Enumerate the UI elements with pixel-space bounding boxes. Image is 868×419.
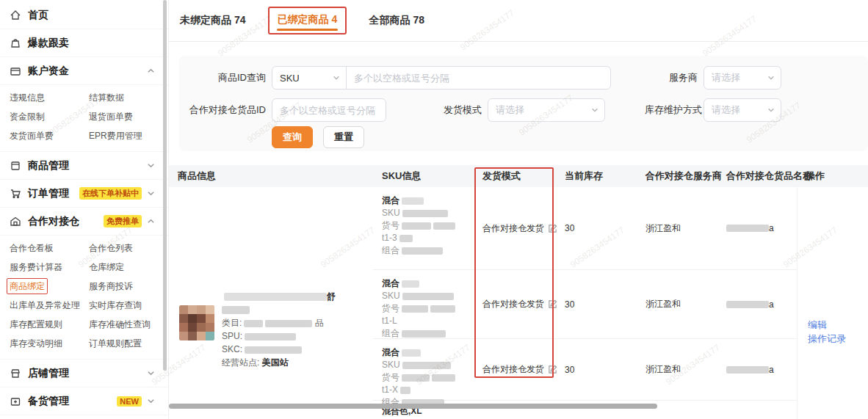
sidebar-item-epr-fee[interactable]: EPR费用管理	[89, 126, 164, 145]
sidebar-item-hot-follow[interactable]: 爆款跟卖	[0, 29, 168, 57]
product-title: 舒	[222, 290, 370, 303]
sidebar-item-restock-mgmt[interactable]: 备货管理 NEW	[0, 387, 168, 415]
horizontal-scrollbar-thumb[interactable]	[169, 404, 657, 409]
app-window: 9058263454177 9058263454177 905826345417…	[0, 0, 868, 419]
site-value: 美国站	[262, 357, 289, 368]
card-icon	[10, 65, 21, 77]
operation-log-link[interactable]: 操作记录	[808, 332, 868, 346]
tab-all-products[interactable]: 全部商品78	[369, 14, 424, 27]
sidebar-item-warehouse-binding[interactable]: 仓库绑定	[89, 258, 164, 277]
tab-bound-products[interactable]: 已绑定商品4	[268, 7, 347, 34]
sku-info-cell: 混合 SKU 货号 t1-L 组合	[373, 270, 474, 339]
delivery-mode-select[interactable]: 请选择	[488, 98, 605, 122]
stock-cell: 30	[556, 339, 637, 401]
sidebar-item-realtime-stock-query[interactable]: 实时库存查询	[89, 296, 164, 315]
sidebar-scrollbar[interactable]	[163, 0, 167, 371]
cart-icon	[10, 188, 21, 200]
chevron-down-icon	[767, 106, 775, 114]
provider-cell: 浙江盈和	[637, 339, 717, 401]
chevron-down-icon	[147, 397, 155, 405]
sidebar-item-partner-warehouse[interactable]: 合作对接仓 免费推单	[0, 208, 168, 236]
search-button[interactable]: 查询	[272, 126, 313, 148]
inventory-maintain-select[interactable]: 请选择	[704, 98, 781, 122]
sidebar-item-warehouse-list[interactable]: 合作仓列表	[89, 238, 164, 258]
provider-select[interactable]: 请选择	[704, 66, 781, 90]
inventory-maintain-label: 库存维护方式	[640, 98, 702, 122]
table-body: 舒 类目: 品 SPU: SKC: 经营站点: 美国站 混合 SKU 货号	[169, 187, 868, 419]
sidebar-item-product-mgmt[interactable]: 商品管理	[0, 152, 168, 180]
product-category: 类目: 品	[222, 316, 370, 329]
sidebar-item-stock-change-detail[interactable]: 库存变动明细	[10, 334, 89, 353]
sidebar-item-warehouse-board[interactable]: 合作仓看板	[10, 238, 89, 258]
product-site: 经营站点: 美国站	[222, 356, 370, 369]
provider-cell: 浙江盈和	[637, 187, 717, 270]
sku-type-select[interactable]: SKU	[272, 67, 346, 89]
goods-name-cell: a	[717, 339, 797, 401]
sidebar-item-outbound-exceptions[interactable]: 出库单及异常处理	[10, 296, 89, 315]
sku-info-cell: 混合 SKU 货号 t1-3 组合	[373, 187, 474, 270]
tab-unbound-products[interactable]: 未绑定商品74	[180, 14, 246, 27]
provider-label: 服务商	[657, 66, 698, 90]
product-image	[179, 305, 214, 340]
sidebar-item-violation-info[interactable]: 违规信息	[10, 88, 89, 107]
home-icon	[10, 10, 21, 21]
col-header-current-stock: 当前库存	[556, 170, 637, 183]
box-icon	[10, 160, 21, 172]
chevron-up-icon	[147, 217, 155, 225]
shop-icon	[10, 368, 21, 379]
goods-name-cell: a	[717, 187, 797, 270]
partner-goods-id-label: 合作对接仓货品ID	[179, 98, 266, 122]
product-id-input[interactable]	[347, 67, 610, 89]
sidebar-item-product-binding[interactable]: 商品绑定	[7, 278, 48, 294]
sidebar-item-inventory-mgmt[interactable]: 库存管理	[0, 415, 168, 419]
account-funds-submenu: 违规信息 结算数据 资金限制 退货面单费 发货面单费 EPR费用管理	[0, 85, 168, 152]
sidebar-item-account-funds[interactable]: 账户资金	[0, 57, 168, 85]
sidebar-item-order-mgmt[interactable]: 订单管理 在线下单补贴中	[0, 180, 168, 208]
stock-cell: 30	[556, 270, 637, 339]
sidebar-item-fund-limit[interactable]: 资金限制	[10, 107, 89, 126]
chevron-down-icon	[333, 74, 340, 81]
sidebar-item-stock-config-rules[interactable]: 库存配置规则	[10, 315, 89, 334]
reset-button[interactable]: 重置	[323, 126, 364, 148]
col-header-delivery-mode: 发货模式	[474, 170, 556, 183]
delivery-mode-cell: 合作对接仓发货	[474, 187, 556, 270]
edit-link[interactable]: 编辑	[808, 318, 868, 332]
sidebar-item-provider-complaint[interactable]: 服务商投诉	[89, 277, 164, 296]
col-header-partner-goods-name: 合作对接仓货品名称	[717, 170, 797, 183]
table-header: 商品信息 SKU信息 发货模式 当前库存 合作对接仓服务商 合作对接仓货品名称 …	[169, 165, 868, 187]
sidebar-item-shipping-label-fee[interactable]: 发货面单费	[10, 126, 89, 145]
bag-icon	[10, 37, 21, 49]
col-header-product-info: 商品信息	[169, 170, 373, 183]
partner-goods-id-group	[272, 98, 386, 122]
delivery-mode-cell: 合作对接仓发货	[474, 270, 556, 339]
product-id-query-label: 商品ID查询	[179, 66, 266, 90]
col-header-sku-info: SKU信息	[373, 170, 474, 183]
partner-goods-id-input[interactable]	[272, 99, 386, 121]
filter-panel: 商品ID查询 SKU 服务商 请选择 合作对接仓货品ID	[179, 56, 868, 151]
chevron-down-icon	[147, 189, 155, 197]
actions-cell: 编辑 操作记录	[797, 187, 868, 419]
chevron-down-icon	[767, 74, 775, 81]
stock-cell: 30	[556, 187, 637, 270]
sidebar-item-shop-mgmt[interactable]: 店铺管理	[0, 360, 168, 387]
sidebar-item-home[interactable]: 首页	[0, 1, 168, 29]
sidebar-item-stock-accuracy-query[interactable]: 库存准确性查询	[89, 315, 164, 334]
chevron-up-icon	[147, 67, 155, 75]
product-title-line2	[222, 303, 370, 316]
sidebar-item-fee-calculator[interactable]: 服务费计算器	[10, 258, 89, 277]
box-plus-icon	[10, 396, 21, 407]
order-subsidy-badge: 在线下单补贴中	[79, 187, 142, 200]
goods-name-cell: a	[717, 270, 797, 339]
sidebar-item-return-label-fee[interactable]: 退货面单费	[89, 107, 164, 126]
main-content: 未绑定商品74 已绑定商品4 全部商品78 商品ID查询 SKU 服务商	[169, 0, 868, 419]
product-id-query-group: SKU	[272, 66, 611, 90]
chevron-down-icon	[591, 106, 598, 114]
tab-bar: 未绑定商品74 已绑定商品4 全部商品78	[169, 0, 868, 42]
chevron-down-icon	[147, 161, 155, 170]
new-badge: NEW	[117, 396, 142, 407]
warehouse-icon	[10, 216, 21, 227]
sidebar: 首页 爆款跟卖 账户资金 违规信息 结算数据 资金限制 退货面单费 发货面单费 …	[0, 0, 169, 419]
sidebar-item-order-rule-config[interactable]: 订单规则配置	[89, 334, 164, 353]
delivery-mode-label: 发货模式	[441, 98, 482, 122]
sidebar-item-settlement-data[interactable]: 结算数据	[89, 88, 164, 107]
